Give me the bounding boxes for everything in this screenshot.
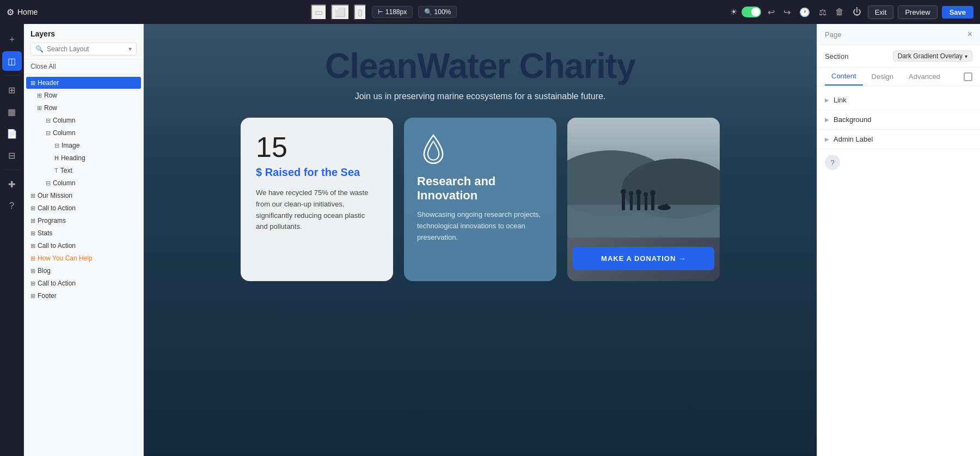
svg-point-14 xyxy=(650,190,656,196)
rp-item-background[interactable]: ▶ Background xyxy=(817,110,980,130)
layer-item-stats[interactable]: ⊞ Stats xyxy=(26,227,141,239)
zoom-box[interactable]: 🔍 100% xyxy=(418,6,457,18)
layer-item-col3[interactable]: ⊟ Column xyxy=(26,177,141,189)
help-icon[interactable]: ? xyxy=(2,196,22,216)
trash-icon[interactable]: 🗑 xyxy=(833,5,846,19)
layer-blog-icon: ⊞ xyxy=(30,267,35,275)
layer-label: Call to Action xyxy=(38,242,137,250)
settings-icon[interactable]: ⚙ xyxy=(7,7,14,17)
layer-item-text[interactable]: T Text xyxy=(26,165,141,177)
layer-label: How You Can Help xyxy=(38,254,137,262)
help-question-button[interactable]: ? xyxy=(825,155,840,170)
blocks-icon[interactable]: ⊟ xyxy=(2,145,22,165)
theme-toggle[interactable] xyxy=(742,7,761,17)
card-text: We have recycled 75% of the waste from o… xyxy=(256,187,378,233)
layer-item-cta2[interactable]: ⊞ Call to Action xyxy=(26,240,141,252)
svg-point-10 xyxy=(636,190,641,195)
canvas-area[interactable]: CleanWater Charity Join us in preserving… xyxy=(144,24,817,456)
layer-heading-icon: H xyxy=(54,155,59,161)
tab-design[interactable]: Design xyxy=(865,68,900,85)
section-checkbox[interactable] xyxy=(964,72,972,81)
tablet-icon[interactable]: ⬜ xyxy=(331,4,350,20)
layers-icon[interactable]: ◫ xyxy=(2,51,22,71)
toggle-knob xyxy=(751,8,760,16)
settings2-icon[interactable]: ⚖ xyxy=(817,5,829,20)
hero-title: CleanWater Charity xyxy=(325,46,635,86)
icon-sidebar: ＋ ◫ ⊞ ▦ 📄 ⊟ ✚ ? xyxy=(0,24,24,456)
layer-label: Heading xyxy=(61,154,137,162)
rp-admin-label: Admin Label xyxy=(834,135,873,143)
main-layout: ＋ ◫ ⊞ ▦ 📄 ⊟ ✚ ? Layers 🔍 ▾ Close All ⊞ H… xyxy=(0,24,980,456)
home-nav[interactable]: ⚙ Home xyxy=(7,7,38,17)
layer-item-cta1[interactable]: ⊞ Call to Action xyxy=(26,202,141,214)
svg-rect-5 xyxy=(622,194,625,210)
layer-item-footer[interactable]: ⊞ Footer xyxy=(26,290,141,302)
section-value[interactable]: Dark Gradient Overlay ▾ xyxy=(893,51,972,62)
right-panel: Page × Section Dark Gradient Overlay ▾ C… xyxy=(817,24,980,456)
layer-item-how-you-help[interactable]: ⊞ How You Can Help xyxy=(26,252,141,264)
layer-how-icon: ⊞ xyxy=(30,255,35,262)
layer-item-col1[interactable]: ⊟ Column xyxy=(26,114,141,126)
canvas-content: CleanWater Charity Join us in preserving… xyxy=(144,24,817,456)
power-icon[interactable]: ⏻ xyxy=(850,5,863,19)
exit-button[interactable]: Exit xyxy=(868,5,894,19)
close-panel-button[interactable]: × xyxy=(967,29,972,39)
donate-button[interactable]: MAKE A DONATION → xyxy=(573,247,714,270)
layer-col3-icon: ⊟ xyxy=(46,180,51,187)
media-icon[interactable]: ▦ xyxy=(2,102,22,121)
home-label: Home xyxy=(17,8,38,16)
tab-advanced[interactable]: Advanced xyxy=(902,68,947,85)
tab-content[interactable]: Content xyxy=(825,68,863,86)
close-all-button[interactable]: Close All xyxy=(24,59,143,74)
layer-item-heading[interactable]: H Heading xyxy=(26,152,141,164)
card-photo: MAKE A DONATION → xyxy=(567,118,720,281)
svg-rect-16 xyxy=(665,204,668,208)
layer-row-icon: ⊞ xyxy=(37,92,42,99)
undo-icon[interactable]: ↩ xyxy=(765,5,777,20)
layer-programs-icon: ⊞ xyxy=(30,217,35,224)
rp-item-link[interactable]: ▶ Link xyxy=(817,90,980,110)
search-icon: 🔍 xyxy=(35,45,44,53)
svg-rect-7 xyxy=(630,196,633,210)
svg-point-8 xyxy=(629,191,633,196)
card-stats: 15 $ Raised for the Sea We have recycled… xyxy=(241,118,393,281)
topbar: ⚙ Home ▭ ⬜ ▯ ⊢ 1188px 🔍 100% ☀ ↩ ↪ 🕐 ⚖ 🗑… xyxy=(0,0,980,24)
pages-icon[interactable]: 📄 xyxy=(2,124,22,143)
layer-cta3-icon: ⊞ xyxy=(30,280,35,287)
layer-item-blog[interactable]: ⊞ Blog xyxy=(26,265,141,277)
layer-item-row1[interactable]: ⊞ Row xyxy=(26,89,141,101)
layer-item-row2[interactable]: ⊞ Row xyxy=(26,102,141,114)
card-number: 15 xyxy=(256,133,378,161)
layer-item-cta3[interactable]: ⊞ Call to Action xyxy=(26,277,141,289)
layer-tree: ⊞ Header ⊞ Row ⊞ Row ⊟ Column ⊟ Column ⊟… xyxy=(24,74,143,456)
layer-col-icon: ⊟ xyxy=(46,117,51,124)
layer-item-our-mission[interactable]: ⊞ Our Mission xyxy=(26,190,141,202)
history-icon[interactable]: 🕐 xyxy=(797,5,812,20)
filter-icon[interactable]: ▾ xyxy=(128,45,132,53)
landscape-svg xyxy=(567,118,720,238)
layer-label: Blog xyxy=(38,267,137,275)
save-button[interactable]: Save xyxy=(942,6,973,19)
tools-icon[interactable]: ✚ xyxy=(2,174,22,194)
rp-item-admin-label[interactable]: ▶ Admin Label xyxy=(817,130,980,149)
section-label: Section xyxy=(825,52,848,60)
layer-item-col2[interactable]: ⊟ Column xyxy=(26,127,141,139)
layer-footer-icon: ⊞ xyxy=(30,293,35,300)
layer-item-header[interactable]: ⊞ Header xyxy=(26,77,141,89)
sun-icon[interactable]: ☀ xyxy=(730,7,737,17)
redo-icon[interactable]: ↪ xyxy=(781,5,793,20)
layers-search-box[interactable]: 🔍 ▾ xyxy=(30,42,137,56)
topbar-center: ▭ ⬜ ▯ ⊢ 1188px 🔍 100% xyxy=(44,4,723,20)
layer-item-programs[interactable]: ⊞ Programs xyxy=(26,215,141,227)
chevron-right-icon3: ▶ xyxy=(825,136,829,142)
search-input[interactable] xyxy=(47,45,125,53)
card-blue-text: Showcasing ongoing research projects, te… xyxy=(417,209,543,243)
elements-icon[interactable]: ⊞ xyxy=(2,80,22,100)
layer-label: Call to Action xyxy=(38,204,137,212)
preview-button[interactable]: Preview xyxy=(898,5,937,19)
desktop-icon[interactable]: ▭ xyxy=(311,4,327,20)
layer-item-image[interactable]: ⊟ Image xyxy=(26,139,141,151)
mobile-icon[interactable]: ▯ xyxy=(354,4,366,20)
width-box[interactable]: ⊢ 1188px xyxy=(372,6,413,18)
add-element-icon[interactable]: ＋ xyxy=(2,29,22,49)
